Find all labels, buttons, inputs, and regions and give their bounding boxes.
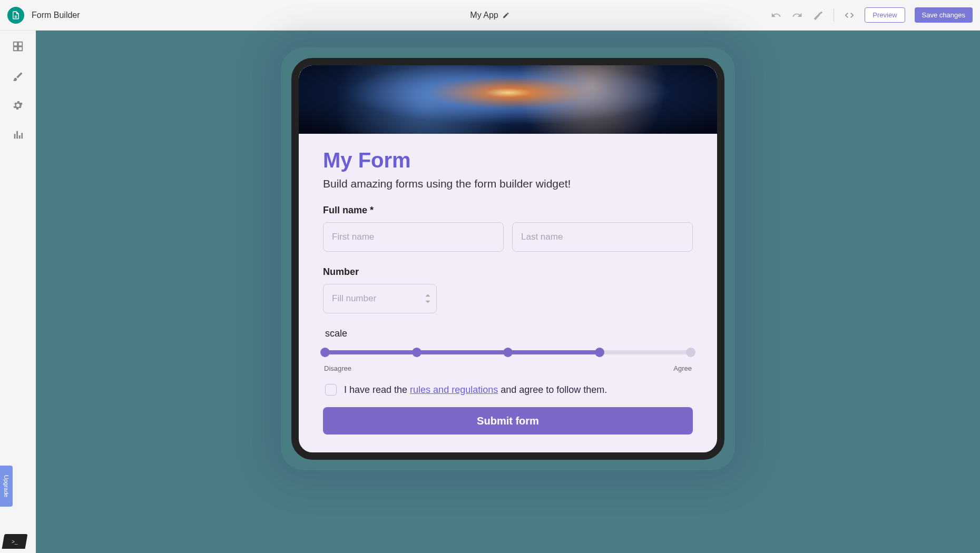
topbar-right: Preview Save changes <box>770 7 973 23</box>
scale-dot-5[interactable] <box>686 348 695 357</box>
scale-dot-3[interactable] <box>503 348 513 357</box>
first-name-input[interactable] <box>323 222 504 252</box>
form-subtitle: Build amazing forms using the form build… <box>323 177 693 190</box>
scale-left-label: Disagree <box>324 364 351 372</box>
device-frame: My Form Build amazing forms using the fo… <box>291 58 724 460</box>
redo-button[interactable] <box>791 9 803 21</box>
chevron-down-icon[interactable] <box>424 299 432 304</box>
consent-checkbox[interactable] <box>325 384 337 396</box>
full-name-label: Full name * <box>323 205 693 216</box>
chart-icon <box>12 129 24 141</box>
upgrade-tab[interactable]: Upgrade <box>0 466 13 507</box>
scale-right-label: Agree <box>673 364 692 372</box>
sidebar-item-layout[interactable] <box>12 40 24 53</box>
last-name-input[interactable] <box>512 222 693 252</box>
sidebar-item-paint[interactable] <box>12 70 24 82</box>
app-name: My App <box>470 11 498 20</box>
form-title: My Form <box>323 149 693 172</box>
scale-track[interactable] <box>325 348 691 357</box>
scale-dot-1[interactable] <box>320 348 330 357</box>
undo-button[interactable] <box>770 9 782 21</box>
divider <box>834 9 834 22</box>
submit-button[interactable]: Submit form <box>323 407 693 434</box>
redo-icon <box>792 10 802 21</box>
sidebar-item-analytics[interactable] <box>12 129 24 141</box>
scale-track-fill <box>325 350 600 354</box>
section-title: Form Builder <box>32 11 80 20</box>
consent-link[interactable]: rules and regulations <box>410 384 498 395</box>
form-body: My Form Build amazing forms using the fo… <box>299 134 717 452</box>
number-label: Number <box>323 266 693 278</box>
chevron-up-icon[interactable] <box>424 293 432 298</box>
edit-app-name-icon[interactable] <box>503 12 510 19</box>
scale-label: scale <box>325 328 693 339</box>
number-input-wrap <box>323 284 437 313</box>
grid-icon <box>12 41 24 52</box>
number-input[interactable] <box>323 284 437 313</box>
document-icon <box>11 11 21 20</box>
scale-dot-4[interactable] <box>595 348 604 357</box>
gear-icon <box>12 100 24 111</box>
consent-prefix: I have read the <box>344 384 410 395</box>
device-frame-wrapper: My Form Build amazing forms using the fo… <box>284 51 732 467</box>
number-section: Number <box>323 266 693 313</box>
full-name-row <box>323 222 693 252</box>
scale-endpoints: Disagree Agree <box>323 364 693 372</box>
terminal-icon[interactable] <box>2 534 28 549</box>
scale-section: scale Disagree Agree <box>323 328 693 372</box>
code-icon <box>844 10 855 21</box>
app-logo[interactable] <box>7 7 24 24</box>
code-button[interactable] <box>844 9 855 21</box>
hammer-icon <box>813 10 824 21</box>
topbar-center: My App <box>470 11 509 20</box>
hammer-button[interactable] <box>812 9 824 21</box>
save-button[interactable]: Save changes <box>915 7 973 23</box>
scale-dot-2[interactable] <box>412 348 422 357</box>
topbar-left: Form Builder <box>7 7 770 24</box>
form-hero-image <box>299 65 717 134</box>
number-stepper <box>424 293 432 304</box>
sidebar-item-settings[interactable] <box>12 99 24 112</box>
canvas: My Form Build amazing forms using the fo… <box>36 31 980 553</box>
topbar: Form Builder My App Preview Save changes <box>0 0 980 31</box>
brush-icon <box>12 70 24 82</box>
undo-icon <box>771 10 781 21</box>
sidebar: Upgrade <box>0 31 36 553</box>
consent-text: I have read the rules and regulations an… <box>344 384 607 396</box>
preview-button[interactable]: Preview <box>865 7 905 23</box>
consent-suffix: and agree to follow them. <box>498 384 607 395</box>
consent-row: I have read the rules and regulations an… <box>325 384 693 396</box>
